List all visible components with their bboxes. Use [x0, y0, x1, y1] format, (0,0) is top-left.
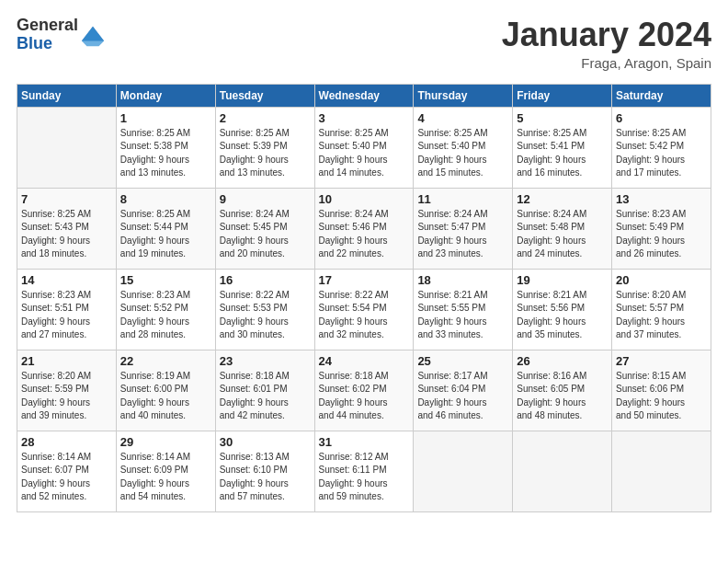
calendar-cell: 5Sunrise: 8:25 AMSunset: 5:41 PMDaylight…	[513, 107, 612, 188]
cell-info: Sunrise: 8:24 AMSunset: 5:48 PMDaylight:…	[517, 208, 608, 261]
day-number: 4	[417, 111, 508, 125]
calendar-cell: 6Sunrise: 8:25 AMSunset: 5:42 PMDaylight…	[612, 107, 711, 188]
logo-top: General Blue	[17, 17, 106, 53]
calendar-cell: 16Sunrise: 8:22 AMSunset: 5:53 PMDayligh…	[215, 269, 314, 350]
calendar-cell: 2Sunrise: 8:25 AMSunset: 5:39 PMDaylight…	[215, 107, 314, 188]
calendar-cell: 21Sunrise: 8:20 AMSunset: 5:59 PMDayligh…	[17, 350, 117, 431]
calendar-cell: 7Sunrise: 8:25 AMSunset: 5:43 PMDaylight…	[17, 188, 117, 269]
day-header-thursday: Thursday	[414, 84, 513, 107]
day-number: 2	[220, 111, 311, 125]
cell-info: Sunrise: 8:23 AMSunset: 5:52 PMDaylight:…	[120, 289, 211, 342]
calendar-cell: 30Sunrise: 8:13 AMSunset: 6:10 PMDayligh…	[215, 431, 314, 511]
day-number: 1	[120, 111, 211, 125]
day-number: 8	[120, 192, 211, 206]
calendar-cell: 4Sunrise: 8:25 AMSunset: 5:40 PMDaylight…	[414, 107, 513, 188]
calendar-cell: 23Sunrise: 8:18 AMSunset: 6:01 PMDayligh…	[215, 350, 314, 431]
day-number: 28	[21, 435, 112, 449]
header-row: General Blue January 2024 Fraga, Aragon,…	[17, 17, 711, 71]
calendar-cell: 24Sunrise: 8:18 AMSunset: 6:02 PMDayligh…	[314, 350, 414, 431]
day-number: 21	[21, 354, 112, 368]
day-number: 17	[319, 273, 410, 287]
calendar-cell: 18Sunrise: 8:21 AMSunset: 5:55 PMDayligh…	[414, 269, 513, 350]
cell-info: Sunrise: 8:14 AMSunset: 6:07 PMDaylight:…	[21, 451, 112, 504]
day-number: 20	[616, 273, 707, 287]
cell-info: Sunrise: 8:22 AMSunset: 5:54 PMDaylight:…	[319, 289, 410, 342]
cell-info: Sunrise: 8:23 AMSunset: 5:51 PMDaylight:…	[21, 289, 112, 342]
calendar-cell: 3Sunrise: 8:25 AMSunset: 5:40 PMDaylight…	[314, 107, 414, 188]
calendar-cell: 11Sunrise: 8:24 AMSunset: 5:47 PMDayligh…	[414, 188, 513, 269]
cell-info: Sunrise: 8:21 AMSunset: 5:56 PMDaylight:…	[517, 289, 608, 342]
logo-blue: Blue	[17, 34, 52, 52]
day-number: 7	[21, 192, 112, 206]
day-number: 22	[120, 354, 211, 368]
cell-info: Sunrise: 8:18 AMSunset: 6:01 PMDaylight:…	[220, 370, 311, 423]
calendar-week-1: 7Sunrise: 8:25 AMSunset: 5:43 PMDaylight…	[17, 188, 711, 269]
calendar-cell: 12Sunrise: 8:24 AMSunset: 5:48 PMDayligh…	[513, 188, 612, 269]
day-number: 5	[517, 111, 608, 125]
day-number: 23	[220, 354, 311, 368]
cell-info: Sunrise: 8:25 AMSunset: 5:40 PMDaylight:…	[417, 127, 508, 180]
day-number: 12	[517, 192, 608, 206]
cell-info: Sunrise: 8:18 AMSunset: 6:02 PMDaylight:…	[319, 370, 410, 423]
calendar-cell	[17, 107, 117, 188]
cell-info: Sunrise: 8:19 AMSunset: 6:00 PMDaylight:…	[120, 370, 211, 423]
calendar-header-row: SundayMondayTuesdayWednesdayThursdayFrid…	[17, 84, 711, 107]
calendar-cell: 8Sunrise: 8:25 AMSunset: 5:44 PMDaylight…	[116, 188, 215, 269]
day-number: 25	[417, 354, 508, 368]
title-block: January 2024 Fraga, Aragon, Spain	[502, 17, 711, 71]
day-header-wednesday: Wednesday	[314, 84, 414, 107]
day-number: 15	[120, 273, 211, 287]
cell-info: Sunrise: 8:22 AMSunset: 5:53 PMDaylight:…	[220, 289, 311, 342]
cell-info: Sunrise: 8:25 AMSunset: 5:38 PMDaylight:…	[120, 127, 211, 180]
logo-icon	[80, 22, 106, 48]
day-number: 27	[616, 354, 707, 368]
day-number: 6	[616, 111, 707, 125]
calendar-cell: 17Sunrise: 8:22 AMSunset: 5:54 PMDayligh…	[314, 269, 414, 350]
calendar-cell: 14Sunrise: 8:23 AMSunset: 5:51 PMDayligh…	[17, 269, 117, 350]
calendar-cell: 15Sunrise: 8:23 AMSunset: 5:52 PMDayligh…	[116, 269, 215, 350]
day-number: 16	[220, 273, 311, 287]
cell-info: Sunrise: 8:24 AMSunset: 5:47 PMDaylight:…	[417, 208, 508, 261]
day-header-friday: Friday	[513, 84, 612, 107]
calendar-week-2: 14Sunrise: 8:23 AMSunset: 5:51 PMDayligh…	[17, 269, 711, 350]
calendar-body: 1Sunrise: 8:25 AMSunset: 5:38 PMDaylight…	[17, 107, 711, 511]
cell-info: Sunrise: 8:25 AMSunset: 5:42 PMDaylight:…	[616, 127, 707, 180]
logo-container: General Blue	[17, 17, 106, 53]
cell-info: Sunrise: 8:14 AMSunset: 6:09 PMDaylight:…	[120, 451, 211, 504]
day-number: 18	[417, 273, 508, 287]
calendar-cell: 9Sunrise: 8:24 AMSunset: 5:45 PMDaylight…	[215, 188, 314, 269]
calendar-cell: 19Sunrise: 8:21 AMSunset: 5:56 PMDayligh…	[513, 269, 612, 350]
calendar-cell	[414, 431, 513, 511]
day-number: 9	[220, 192, 311, 206]
calendar-cell: 25Sunrise: 8:17 AMSunset: 6:04 PMDayligh…	[414, 350, 513, 431]
day-number: 11	[417, 192, 508, 206]
calendar-cell: 26Sunrise: 8:16 AMSunset: 6:05 PMDayligh…	[513, 350, 612, 431]
cell-info: Sunrise: 8:16 AMSunset: 6:05 PMDaylight:…	[517, 370, 608, 423]
day-number: 14	[21, 273, 112, 287]
calendar-week-0: 1Sunrise: 8:25 AMSunset: 5:38 PMDaylight…	[17, 107, 711, 188]
cell-info: Sunrise: 8:17 AMSunset: 6:04 PMDaylight:…	[417, 370, 508, 423]
calendar-week-3: 21Sunrise: 8:20 AMSunset: 5:59 PMDayligh…	[17, 350, 711, 431]
calendar-cell: 20Sunrise: 8:20 AMSunset: 5:57 PMDayligh…	[612, 269, 711, 350]
logo-text-block: General Blue	[17, 17, 78, 53]
calendar-cell	[612, 431, 711, 511]
cell-info: Sunrise: 8:21 AMSunset: 5:55 PMDaylight:…	[417, 289, 508, 342]
cell-info: Sunrise: 8:24 AMSunset: 5:45 PMDaylight:…	[220, 208, 311, 261]
month-title: January 2024	[502, 17, 711, 53]
cell-info: Sunrise: 8:15 AMSunset: 6:06 PMDaylight:…	[616, 370, 707, 423]
calendar-cell: 1Sunrise: 8:25 AMSunset: 5:38 PMDaylight…	[116, 107, 215, 188]
day-number: 3	[319, 111, 410, 125]
logo-general: General	[17, 16, 78, 34]
cell-info: Sunrise: 8:25 AMSunset: 5:41 PMDaylight:…	[517, 127, 608, 180]
day-number: 30	[220, 435, 311, 449]
day-header-saturday: Saturday	[612, 84, 711, 107]
calendar-cell: 10Sunrise: 8:24 AMSunset: 5:46 PMDayligh…	[314, 188, 414, 269]
cell-info: Sunrise: 8:20 AMSunset: 5:59 PMDaylight:…	[21, 370, 112, 423]
cell-info: Sunrise: 8:12 AMSunset: 6:11 PMDaylight:…	[319, 451, 410, 504]
day-header-sunday: Sunday	[17, 84, 117, 107]
cell-info: Sunrise: 8:25 AMSunset: 5:40 PMDaylight:…	[319, 127, 410, 180]
cell-info: Sunrise: 8:25 AMSunset: 5:39 PMDaylight:…	[220, 127, 311, 180]
day-number: 24	[319, 354, 410, 368]
calendar-cell: 13Sunrise: 8:23 AMSunset: 5:49 PMDayligh…	[612, 188, 711, 269]
svg-marker-1	[82, 26, 104, 45]
